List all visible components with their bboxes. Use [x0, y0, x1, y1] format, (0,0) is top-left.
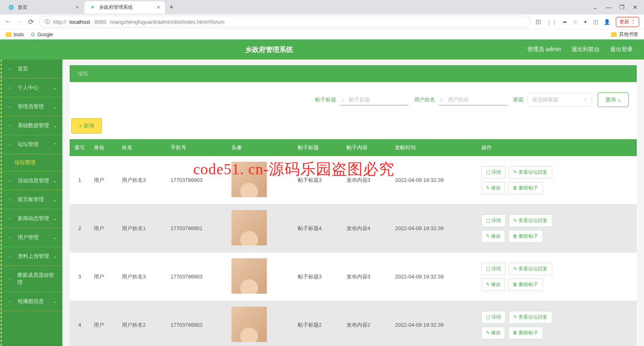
- bookmark-google[interactable]: GGoogle: [31, 32, 53, 37]
- sidebar-item-1[interactable]: ▫个人中心⌄: [0, 78, 62, 97]
- view-reply-button[interactable]: ✎ 查看论坛回复: [509, 311, 552, 323]
- search-title-input[interactable]: [340, 94, 409, 105]
- new-tab-button[interactable]: +: [166, 2, 177, 13]
- delete-button[interactable]: 🗑 删除帖子: [508, 278, 543, 291]
- avatar: [231, 307, 267, 342]
- cell-time: 2022-04-09 19:32:39: [391, 301, 477, 346]
- minimize-icon[interactable]: —: [606, 4, 611, 10]
- edit-button[interactable]: ✎ 修改: [481, 182, 505, 194]
- cell-time: 2022-04-09 19:32:39: [391, 156, 477, 204]
- cell-avatar: [227, 253, 294, 301]
- main-content: 论坛 帖子标题 用户姓名 家庭 请选择家庭 查询⌕ +新增 索引身份姓名手机号头…: [62, 60, 644, 346]
- browser-tab-home[interactable]: 🌐 首页 ×: [3, 1, 84, 14]
- cell-ops: ▢ 详情✎ 查看论坛回复✎ 修改🗑 删除帖子: [477, 253, 637, 301]
- sidebar-item-5[interactable]: ▫活动信息管理⌄: [0, 171, 62, 190]
- extensions-icon[interactable]: ✦: [583, 19, 588, 25]
- url-host: localhost: [70, 19, 90, 25]
- browser-chrome: 🌐 首页 × ▼ 乡政府管理系统 × + ⌄ — ❐ ✕ ← → ⟳ ⓘ htt…: [0, 0, 644, 39]
- address-bar: ← → ⟳ ⓘ http://localhost:8080/xiangzheng…: [0, 14, 644, 29]
- close-icon[interactable]: ×: [157, 4, 160, 10]
- edit-button[interactable]: ✎ 修改: [481, 278, 505, 291]
- column-header: 帖子标题: [294, 139, 343, 156]
- avatar: [231, 210, 267, 245]
- delete-button[interactable]: 🗑 删除帖子: [508, 182, 543, 194]
- folder-icon: [6, 32, 11, 37]
- chevron-down-icon[interactable]: ⌄: [593, 4, 598, 10]
- table-row: 1用户用户姓名317703786903帖子标题3发布内容32022-04-09 …: [70, 156, 637, 204]
- cell-ops: ▢ 详情✎ 查看论坛回复✎ 修改🗑 删除帖子: [477, 204, 637, 253]
- cell-index: 3: [70, 253, 90, 301]
- sidebar-subitem[interactable]: 论坛管理: [0, 154, 62, 171]
- bookmark-tools[interactable]: tools: [6, 32, 24, 37]
- panel-icon[interactable]: ◫: [593, 19, 598, 25]
- cell-content: 发布内容3: [343, 253, 391, 301]
- edit-button[interactable]: ✎ 修改: [481, 230, 505, 243]
- delete-button[interactable]: 🗑 删除帖子: [508, 230, 543, 243]
- chevron-down-icon: ⌄: [53, 197, 57, 202]
- view-reply-button[interactable]: ✎ 查看论坛回复: [509, 214, 552, 227]
- star-icon[interactable]: ☆: [573, 19, 578, 25]
- browser-tab-active[interactable]: ▼ 乡政府管理系统 ×: [85, 1, 165, 14]
- chevron-down-icon: ⌄: [53, 235, 57, 240]
- forward-icon[interactable]: →: [17, 18, 23, 26]
- sidebar-item-9[interactable]: ▫资料上传管理⌄: [0, 247, 62, 266]
- app-header: 乡政府管理系统 管理员 admin 退出到前台 退出登录: [0, 39, 644, 60]
- folder-icon: [611, 32, 617, 37]
- sidebar-item-3[interactable]: ▫基础数据管理⌄: [0, 116, 62, 135]
- sidebar-item-11[interactable]: ▫轮播图信息⌄: [0, 292, 62, 311]
- cell-role: 用户: [90, 204, 118, 253]
- search-user-input[interactable]: [439, 94, 508, 105]
- detail-button[interactable]: ▢ 详情: [481, 263, 506, 275]
- query-button[interactable]: 查询⌕: [598, 93, 629, 107]
- sidebar-item-6[interactable]: ▫留言板管理⌄: [0, 190, 62, 209]
- cell-name: 用户姓名2: [118, 301, 167, 346]
- toolbar: +新增: [70, 113, 637, 139]
- menu-icon: ▫: [9, 123, 14, 128]
- logout-button[interactable]: 退出登录: [610, 46, 633, 53]
- sidebar-item-4[interactable]: ▫论坛管理⌄: [0, 135, 62, 154]
- sidebar-item-2[interactable]: ▫管理员管理⌄: [0, 97, 62, 116]
- update-button[interactable]: 更新⋮: [616, 17, 639, 27]
- chevron-down-icon: ⌄: [53, 178, 57, 183]
- table-row: 4用户用户姓名217703786902帖子标题2发布内容22022-04-09 …: [70, 301, 637, 346]
- view-reply-button[interactable]: ✎ 查看论坛回复: [509, 263, 552, 275]
- add-button[interactable]: +新增: [71, 118, 102, 134]
- sidebar-item-7[interactable]: ▫新闻动态管理⌄: [0, 209, 62, 228]
- sidebar-item-10[interactable]: ▫家庭成员流动管理: [0, 266, 62, 292]
- maximize-icon[interactable]: ❐: [619, 4, 625, 10]
- search-row: 帖子标题 用户姓名 家庭 请选择家庭 查询⌕: [70, 83, 637, 113]
- view-reply-button[interactable]: ✎ 查看论坛回复: [509, 166, 552, 179]
- bookmark-other[interactable]: 其他书签: [611, 31, 638, 38]
- close-window-icon[interactable]: ✕: [633, 4, 638, 10]
- translate-icon[interactable]: ⋮⋮: [547, 19, 557, 25]
- close-icon[interactable]: ×: [76, 4, 79, 10]
- column-header: 发帖时间: [391, 139, 477, 156]
- sidebar-item-label: 管理员管理: [18, 103, 44, 110]
- url-scheme: http://: [53, 19, 66, 25]
- detail-button[interactable]: ▢ 详情: [481, 166, 506, 179]
- cell-phone: 17703786903: [167, 156, 228, 204]
- back-icon[interactable]: ←: [5, 18, 12, 26]
- vue-icon: ▼: [89, 4, 96, 10]
- sidebar-item-label: 用户管理: [18, 234, 39, 241]
- current-user[interactable]: 管理员 admin: [527, 46, 561, 53]
- detail-button[interactable]: ▢ 详情: [481, 311, 506, 323]
- edit-button[interactable]: ✎ 修改: [481, 327, 505, 339]
- delete-button[interactable]: 🗑 删除帖子: [508, 327, 543, 339]
- key-icon[interactable]: ⚿: [536, 19, 541, 25]
- share-icon[interactable]: ➦: [563, 19, 567, 25]
- sidebar-item-label: 基础数据管理: [18, 122, 49, 129]
- reload-icon[interactable]: ⟳: [28, 18, 34, 26]
- detail-button[interactable]: ▢ 详情: [481, 214, 506, 227]
- bookmark-bar: tools GGoogle 其他书签: [0, 29, 644, 39]
- profile-icon[interactable]: 👤: [604, 19, 610, 25]
- sidebar-item-8[interactable]: ▫用户管理⌄: [0, 228, 62, 247]
- sidebar-item-0[interactable]: ▫首页: [0, 60, 62, 78]
- search-family-select[interactable]: 请选择家庭: [528, 93, 592, 107]
- info-icon: ⓘ: [45, 18, 50, 25]
- chevron-down-icon: ⌄: [53, 123, 57, 128]
- goto-front-button[interactable]: 退出到前台: [572, 46, 600, 53]
- menu-icon: ▫: [9, 235, 14, 240]
- url-field[interactable]: ⓘ http://localhost:8080/xiangzhengfuguan…: [39, 16, 531, 28]
- cell-role: 用户: [90, 156, 118, 204]
